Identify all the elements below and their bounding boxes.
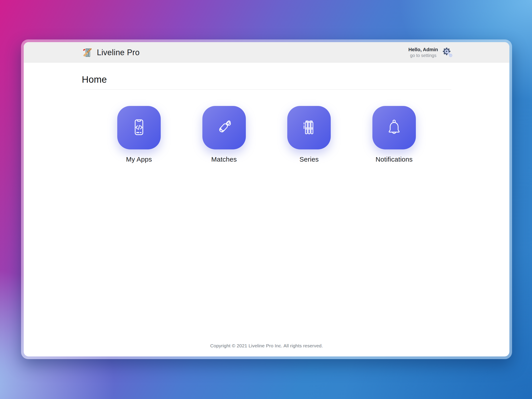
user-greeting: Hello, Admin xyxy=(408,47,438,53)
my-apps-button[interactable] xyxy=(117,106,161,149)
gear-wrench-icon[interactable] xyxy=(442,47,454,58)
app-window: Liveline Pro Hello, Admin go to settings xyxy=(21,39,512,359)
tile-series: Series xyxy=(287,106,331,163)
matches-button[interactable] xyxy=(202,106,246,149)
tile-label: Notifications xyxy=(372,156,416,163)
bell-icon xyxy=(384,117,404,138)
brand: Liveline Pro xyxy=(82,47,140,58)
go-to-settings-link[interactable]: go to settings xyxy=(408,53,438,58)
tiles-row: My Apps xyxy=(82,106,451,163)
tile-label: My Apps xyxy=(117,156,161,163)
tile-matches: Matches xyxy=(202,106,246,163)
desktop-background: Liveline Pro Hello, Admin go to settings xyxy=(0,0,532,399)
user-text: Hello, Admin go to settings xyxy=(408,47,438,58)
cricket-bat-ball-icon xyxy=(214,117,234,138)
tile-notifications: Notifications xyxy=(372,106,416,163)
footer-copyright: Copyright © 2021 Liveline Pro Inc. All r… xyxy=(24,343,509,356)
app-window-inner: Liveline Pro Hello, Admin go to settings xyxy=(24,42,509,356)
main-content: Home xyxy=(24,63,509,343)
phone-code-icon xyxy=(129,117,149,138)
title-divider xyxy=(82,89,451,89)
cricket-stumps-icon xyxy=(299,117,319,138)
notifications-button[interactable] xyxy=(372,106,416,149)
app-title: Liveline Pro xyxy=(97,48,140,57)
series-button[interactable] xyxy=(287,106,331,149)
user-area: Hello, Admin go to settings xyxy=(408,47,454,58)
cricket-logo-icon xyxy=(82,47,93,58)
page-title: Home xyxy=(82,74,451,85)
tile-label: Matches xyxy=(202,156,246,163)
app-header: Liveline Pro Hello, Admin go to settings xyxy=(24,42,509,63)
tile-my-apps: My Apps xyxy=(117,106,161,163)
tile-label: Series xyxy=(287,156,331,163)
